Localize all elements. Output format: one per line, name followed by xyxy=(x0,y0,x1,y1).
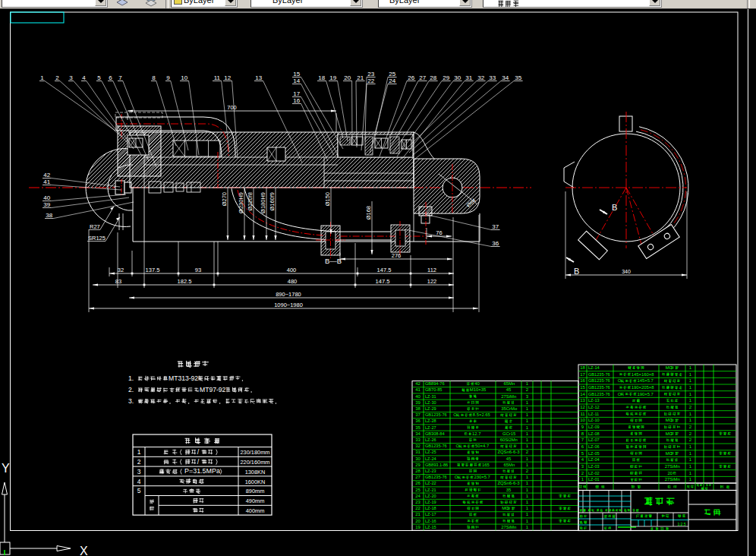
svg-text:32: 32 xyxy=(477,74,484,81)
svg-text:Ø150: Ø150 xyxy=(324,192,331,206)
svg-text:145×160×8: 145×160×8 xyxy=(632,372,654,377)
layer-combo-caret-icon[interactable] xyxy=(95,0,106,6)
layer-combo[interactable] xyxy=(2,0,108,8)
section-label: B—B xyxy=(325,257,342,265)
svg-text:39: 39 xyxy=(43,201,50,208)
svg-text:MC: MC xyxy=(666,431,673,436)
svg-text:MC: MC xyxy=(666,365,673,370)
autocad-window: { "app": {"canvas_background": "#000000"… xyxy=(0,0,756,556)
svg-text:Ø168: Ø168 xyxy=(365,206,372,220)
valve-block xyxy=(391,221,410,256)
svg-text:1: 1 xyxy=(526,425,529,430)
svg-text:1: 1 xyxy=(526,481,529,485)
svg-text:GB893.1-86: GB893.1-86 xyxy=(425,463,448,467)
svg-text:8: 8 xyxy=(152,74,156,81)
svg-text:1: 1 xyxy=(526,406,529,411)
svg-text:40: 40 xyxy=(415,394,421,399)
svg-text:93: 93 xyxy=(195,267,201,273)
svg-text:190×205×8: 190×205×8 xyxy=(632,385,654,390)
svg-text:45: 45 xyxy=(506,456,512,461)
svg-text:LZ-11: LZ-11 xyxy=(588,412,599,416)
svg-text:GB1235-76: GB1235-76 xyxy=(425,412,447,417)
svg-text:1: 1 xyxy=(689,418,692,422)
svg-text:27SiMn: 27SiMn xyxy=(501,394,516,399)
svg-text:23: 23 xyxy=(367,71,374,77)
color-swatch-icon xyxy=(174,0,182,5)
svg-text:35: 35 xyxy=(515,74,521,81)
svg-text:Ø160f9: Ø160f9 xyxy=(269,192,276,211)
svg-text:29: 29 xyxy=(443,74,449,81)
lineweight-combo-caret-icon[interactable] xyxy=(459,0,471,6)
svg-text:1: 1 xyxy=(689,444,692,449)
plotstyle-combo[interactable] xyxy=(483,0,662,8)
svg-text:33: 33 xyxy=(489,74,496,81)
svg-text:5: 5 xyxy=(97,74,101,81)
svg-text:20: 20 xyxy=(667,471,673,475)
svg-text:2: 2 xyxy=(526,450,529,454)
svg-text:340: 340 xyxy=(622,269,631,274)
svg-text:11: 11 xyxy=(214,74,221,81)
svg-text:21: 21 xyxy=(357,74,364,81)
drawing-canvas[interactable]: Ø84Ø270Ø230H9Ø220f8Ø180H9Ø160f9Ø150Ø1683… xyxy=(0,9,756,556)
svg-text:6: 6 xyxy=(109,74,112,81)
svg-text:O: O xyxy=(453,412,457,417)
color-combo-value: ByLayer xyxy=(184,0,214,5)
layers-icon[interactable] xyxy=(115,0,129,8)
radius-labels: R27SR125 xyxy=(87,207,120,242)
svg-text:122: 122 xyxy=(427,278,437,285)
svg-text:3: 3 xyxy=(137,468,141,475)
svg-text:34: 34 xyxy=(415,431,421,436)
layer-states-icon[interactable] xyxy=(144,0,158,8)
diameter-callouts: Ø270Ø230H9Ø220f8Ø180H9Ø160f9Ø150Ø168 xyxy=(221,188,373,254)
svg-text:LZ-14: LZ-14 xyxy=(588,365,600,370)
svg-text:LZ-22: LZ-22 xyxy=(425,481,436,485)
svg-text:10: 10 xyxy=(181,74,187,81)
svg-text:42: 42 xyxy=(43,172,50,178)
linetype-combo-caret-icon[interactable] xyxy=(350,0,361,6)
svg-text:4: 4 xyxy=(137,478,141,485)
svg-text:76: 76 xyxy=(436,229,442,236)
svg-text:LZ-19: LZ-19 xyxy=(425,500,436,504)
parts-list: 42GB894-764065Mn141GB70-85M10×3545240LZ-… xyxy=(412,365,736,530)
svg-text:MC: MC xyxy=(666,418,673,422)
tech-requirements: 1.MT313-922.MT97-923. xyxy=(128,361,276,405)
svg-text:2: 2 xyxy=(526,469,529,473)
svg-text:17: 17 xyxy=(580,372,585,377)
svg-text:1: 1 xyxy=(689,477,692,482)
linetype-combo-value: ByLayer xyxy=(272,0,303,5)
svg-text:M10×35: M10×35 xyxy=(470,387,487,392)
svg-text:2: 2 xyxy=(689,431,692,436)
svg-text:83: 83 xyxy=(115,278,121,285)
linetype-combo[interactable]: ByLayer xyxy=(250,0,363,8)
svg-text:GB1235-76: GB1235-76 xyxy=(588,385,610,390)
svg-text:24: 24 xyxy=(415,494,421,498)
svg-text:1: 1 xyxy=(581,477,584,482)
svg-text:37: 37 xyxy=(492,223,499,230)
lineweight-combo[interactable]: ByLayer xyxy=(378,0,472,8)
svg-text:9: 9 xyxy=(166,74,170,81)
svg-text:2: 2 xyxy=(55,74,59,81)
svg-text:60Si2Mn: 60Si2Mn xyxy=(500,438,518,442)
toolbar-separator-right xyxy=(747,0,750,9)
svg-text:220/160mm: 220/160mm xyxy=(240,459,269,466)
svg-text:MT313-92: MT313-92 xyxy=(169,374,198,382)
svg-text:890~1780: 890~1780 xyxy=(276,291,301,298)
cylinder-barrel xyxy=(130,132,480,213)
svg-text:3: 3 xyxy=(526,394,529,399)
svg-text:LZ-04: LZ-04 xyxy=(588,457,600,462)
svg-text:LZ-18: LZ-18 xyxy=(425,506,436,510)
svg-text:2: 2 xyxy=(689,425,692,429)
svg-text:9: 9 xyxy=(581,425,584,429)
plotstyle-combo-caret-icon[interactable] xyxy=(649,0,660,6)
svg-text:32: 32 xyxy=(415,444,421,448)
svg-text:2: 2 xyxy=(526,387,529,392)
color-combo[interactable]: ByLayer xyxy=(171,0,238,8)
svg-text:GB1235-76: GB1235-76 xyxy=(588,392,610,396)
color-combo-caret-icon[interactable] xyxy=(225,0,236,6)
svg-text:1: 1 xyxy=(526,381,529,386)
svg-text:36: 36 xyxy=(415,419,421,423)
svg-text:34: 34 xyxy=(502,74,509,81)
svg-text:LZ-01: LZ-01 xyxy=(588,477,600,482)
svg-text:16: 16 xyxy=(293,97,300,104)
svg-text:40: 40 xyxy=(43,194,50,201)
